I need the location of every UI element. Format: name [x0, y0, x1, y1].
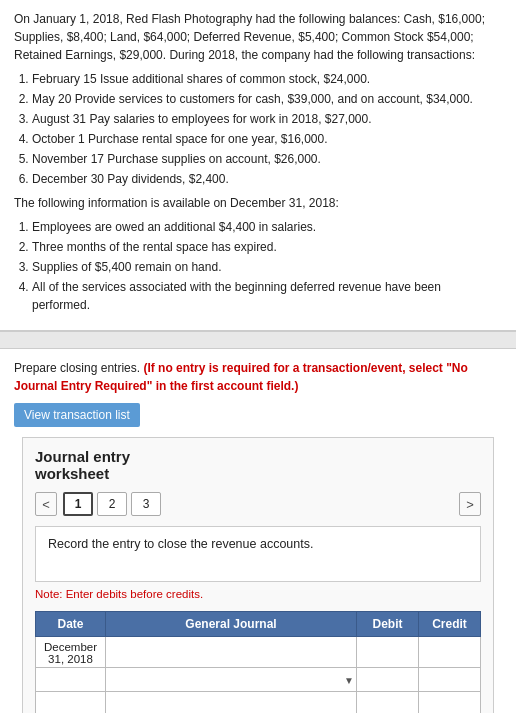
date-cell-1: December 31, 2018 [36, 637, 106, 668]
debit-cell-2[interactable] [357, 668, 419, 692]
list-item: February 15 Issue additional shares of c… [32, 70, 502, 88]
list-item: Supplies of $5,400 remain on hand. [32, 258, 502, 276]
credit-input-3[interactable] [419, 692, 480, 713]
transaction-list: February 15 Issue additional shares of c… [32, 70, 502, 188]
list-item: All of the services associated with the … [32, 278, 502, 314]
header-gj: General Journal [106, 612, 357, 637]
worksheet-container: Journal entry worksheet < 1 2 3 > Record… [22, 437, 494, 713]
credit-cell-3[interactable] [419, 692, 481, 713]
credit-cell-1[interactable] [419, 637, 481, 668]
dropdown-arrow-icon: ▼ [344, 674, 354, 685]
debit-input-2[interactable] [357, 668, 418, 691]
page-tabs: 1 2 3 [63, 492, 161, 516]
table-row: ▼ [36, 668, 481, 692]
prepare-section: Prepare closing entries. (If no entry is… [0, 349, 516, 713]
view-transaction-button[interactable]: View transaction list [14, 403, 140, 427]
nav-left-button[interactable]: < [35, 492, 57, 516]
debit-cell-1[interactable] [357, 637, 419, 668]
gj-input-1[interactable] [106, 637, 356, 667]
prepare-instruction: Prepare closing entries. (If no entry is… [14, 359, 502, 395]
additional-info-header: The following information is available o… [14, 194, 502, 212]
gj-input-2[interactable] [106, 668, 338, 691]
worksheet-title: Journal entry worksheet [35, 448, 481, 482]
list-item: Three months of the rental space has exp… [32, 238, 502, 256]
journal-table: Date General Journal Debit Credit Decemb… [35, 611, 481, 713]
list-item: May 20 Provide services to customers for… [32, 90, 502, 108]
header-debit: Debit [357, 612, 419, 637]
list-item: Employees are owed an additional $4,400 … [32, 218, 502, 236]
worksheet-nav: < 1 2 3 > [35, 492, 481, 516]
header-date: Date [36, 612, 106, 637]
section-divider [0, 331, 516, 349]
list-item: August 31 Pay salaries to employees for … [32, 110, 502, 128]
list-item: November 17 Purchase supplies on account… [32, 150, 502, 168]
entry-instruction-text: Record the entry to close the revenue ac… [48, 537, 313, 551]
nav-right-area: > [459, 492, 481, 516]
table-row: December 31, 2018 [36, 637, 481, 668]
table-row [36, 692, 481, 713]
gj-cell-2[interactable]: ▼ [106, 668, 357, 692]
page-tab-2[interactable]: 2 [97, 492, 127, 516]
prepare-normal: Prepare closing entries. [14, 361, 140, 375]
debit-cell-3[interactable] [357, 692, 419, 713]
gj-cell-1[interactable] [106, 637, 357, 668]
credit-input-1[interactable] [419, 637, 480, 667]
note-text: Note: Enter debits before credits. [35, 586, 481, 603]
gj-cell-3[interactable] [106, 692, 357, 713]
nav-right-button[interactable]: > [459, 492, 481, 516]
debit-input-1[interactable] [357, 637, 418, 667]
top-section: On January 1, 2018, Red Flash Photograph… [0, 0, 516, 331]
credit-input-2[interactable] [419, 668, 480, 691]
debit-input-3[interactable] [357, 692, 418, 713]
intro-text: On January 1, 2018, Red Flash Photograph… [14, 10, 502, 64]
table-header-row: Date General Journal Debit Credit [36, 612, 481, 637]
date-cell-2 [36, 668, 106, 692]
credit-cell-2[interactable] [419, 668, 481, 692]
gj-input-3[interactable] [106, 692, 356, 713]
entry-instruction-box: Record the entry to close the revenue ac… [35, 526, 481, 582]
date-cell-3 [36, 692, 106, 713]
page-tab-1[interactable]: 1 [63, 492, 93, 516]
additional-info-list: Employees are owed an additional $4,400 … [32, 218, 502, 314]
list-item: October 1 Purchase rental space for one … [32, 130, 502, 148]
page-tab-3[interactable]: 3 [131, 492, 161, 516]
header-credit: Credit [419, 612, 481, 637]
list-item: December 30 Pay dividends, $2,400. [32, 170, 502, 188]
